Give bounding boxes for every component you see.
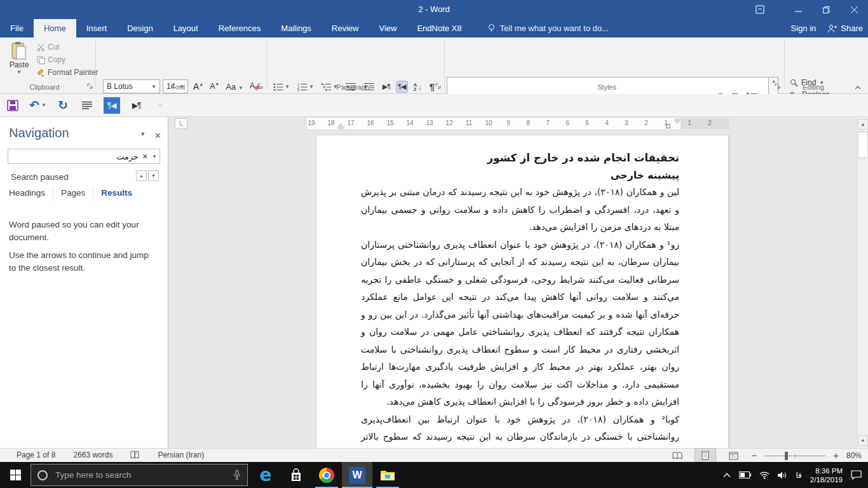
first-line-indent-marker[interactable] [674, 119, 681, 123]
save-button[interactable] [5, 97, 20, 114]
taskbar-edge-icon[interactable]: e [250, 462, 281, 488]
taskbar-date: 2/18/2019 [810, 476, 843, 484]
tab-endnote-x8[interactable]: EndNote X8 [407, 19, 471, 37]
hanging-indent-marker[interactable] [337, 124, 344, 128]
qat-more-button[interactable]: ≂ [153, 97, 168, 114]
ruler[interactable]: 1918171615141312111098765432112 [168, 118, 857, 129]
undo-button[interactable]: ↶▼ [29, 97, 46, 114]
scroll-down-arrow-icon[interactable]: ▼ [858, 435, 868, 446]
sign-in-link[interactable]: Sign in [791, 24, 817, 33]
taskbar-store-icon[interactable] [281, 462, 311, 488]
taskbar-explorer-icon[interactable] [372, 462, 403, 488]
tab-mailings[interactable]: Mailings [271, 19, 322, 37]
zoom-out-button[interactable]: − [751, 452, 757, 459]
tab-view[interactable]: View [369, 19, 407, 37]
nav-tab-pages[interactable]: Pages [61, 188, 93, 201]
change-case-button[interactable]: Aa ▼ [226, 82, 243, 92]
rtl-direction-button[interactable]: ¶◀ [397, 81, 407, 92]
search-clear-icon[interactable]: ✕ [142, 152, 148, 161]
volume-icon[interactable] [778, 471, 787, 479]
restore-button[interactable] [812, 0, 840, 19]
next-result-button[interactable]: ▼ [148, 170, 159, 181]
cut-label: Cut [48, 43, 60, 51]
page-indicator[interactable]: Page 1 of 8 [17, 451, 55, 459]
ruler-number: 2 [708, 119, 712, 126]
web-layout-button[interactable] [723, 449, 743, 463]
tell-me-box[interactable]: Tell me what you want to do... [487, 19, 609, 37]
tab-file[interactable]: File [0, 19, 34, 37]
scrollbar-thumb[interactable] [858, 132, 868, 158]
document-page[interactable]: تحقیقات انجام شده در خارج از کشور پیشینه… [316, 135, 729, 448]
tab-insert[interactable]: Insert [76, 19, 118, 37]
styles-dialog-launcher-icon[interactable] [774, 83, 782, 90]
numbering-button[interactable]: 123▼ [296, 81, 315, 93]
zoom-in-button[interactable]: + [833, 452, 839, 459]
qat-justify-button[interactable] [79, 97, 95, 114]
collapse-ribbon-icon[interactable] [854, 85, 862, 91]
store-bag-icon [289, 468, 303, 482]
vertical-scrollbar[interactable]: ▲ ▼ [857, 117, 868, 448]
tab-design[interactable]: Design [117, 19, 163, 37]
cut-button[interactable]: Cut [37, 43, 60, 51]
format-painter-button[interactable]: Format Painter [37, 68, 98, 77]
ribbon-display-options-icon[interactable] [747, 0, 773, 19]
svg-text:A: A [250, 81, 255, 90]
minimize-button[interactable] [784, 0, 812, 19]
navigation-close-icon[interactable]: ✕ [154, 131, 161, 140]
shrink-font-button[interactable]: A▼ [210, 82, 219, 91]
zoom-slider[interactable] [764, 449, 825, 463]
action-center-icon[interactable] [851, 470, 862, 480]
print-layout-icon [701, 451, 710, 460]
tab-references[interactable]: References [208, 19, 271, 37]
zoom-slider-thumb[interactable] [785, 452, 788, 460]
scroll-up-arrow-icon[interactable]: ▲ [858, 119, 868, 130]
taskbar-clock[interactable]: 8:36 PM 2/18/2019 [810, 466, 843, 484]
word-count[interactable]: 2663 words [73, 451, 112, 459]
language-indicator[interactable]: Persian (Iran) [158, 451, 204, 459]
taskbar-search-box[interactable]: Type here to search [31, 464, 248, 486]
sort-button[interactable]: AZ↓ [412, 81, 423, 93]
print-layout-button[interactable] [695, 449, 715, 463]
nav-tab-headings[interactable]: Headings [9, 188, 53, 201]
proofing-error-icon[interactable]: x [130, 451, 140, 459]
font-name-combo[interactable]: B Lotus▼ [103, 79, 160, 93]
navigation-search-box[interactable]: ▼ ✕ حرمت [8, 149, 160, 164]
paste-dropdown-arrow[interactable]: ▼ [17, 69, 22, 75]
redo-button[interactable]: ↻ [55, 97, 71, 114]
wifi-icon[interactable] [759, 471, 770, 479]
zoom-level[interactable]: 80% [846, 451, 862, 460]
share-person-icon [827, 24, 837, 33]
ltr-direction-button[interactable]: ▶¶ [381, 81, 391, 92]
tab-review[interactable]: Review [322, 19, 369, 37]
bullets-button[interactable]: ▼ [272, 81, 291, 93]
navigation-menu-arrow-icon[interactable]: ▼ [140, 131, 146, 140]
qat-ltr-direction-button[interactable]: ▶¶ [129, 97, 144, 114]
close-button[interactable] [840, 0, 868, 19]
copy-button[interactable]: Copy [37, 55, 65, 64]
taskbar-word-icon[interactable]: W [342, 462, 372, 488]
read-mode-button[interactable] [667, 449, 688, 463]
tab-home[interactable]: Home [34, 19, 76, 37]
input-language-badge[interactable]: فا [796, 471, 801, 480]
ruler-number: 12 [445, 119, 452, 126]
nav-tab-results[interactable]: Results [101, 188, 140, 201]
navigation-message-2: Use the arrows to continue and jump to t… [9, 249, 156, 274]
microphone-icon[interactable] [233, 470, 241, 480]
qat-rtl-direction-button[interactable]: ¶◀ [104, 97, 120, 114]
tab-layout[interactable]: Layout [163, 19, 208, 37]
tab-stop-selector[interactable]: L [175, 118, 187, 129]
battery-icon[interactable] [739, 471, 751, 478]
paragraph-dialog-launcher-icon[interactable] [435, 83, 442, 90]
previous-result-button[interactable]: ▲ [136, 170, 147, 181]
start-button[interactable] [0, 462, 31, 488]
tray-chevron-up-icon[interactable] [723, 473, 731, 478]
cortana-icon [37, 470, 48, 480]
search-dropdown-arrow-icon[interactable]: ▼ [152, 154, 157, 159]
taskbar-chrome-icon[interactable] [311, 462, 342, 488]
share-button[interactable]: Share [827, 24, 863, 33]
scissors-icon [37, 43, 45, 51]
font-dialog-launcher-icon[interactable] [257, 83, 264, 90]
ribbon: Paste ▼ Cut Copy Format Painter Clipboar… [0, 37, 868, 94]
paste-button[interactable]: Paste ▼ [5, 41, 33, 83]
clipboard-dialog-launcher-icon[interactable] [86, 83, 94, 90]
